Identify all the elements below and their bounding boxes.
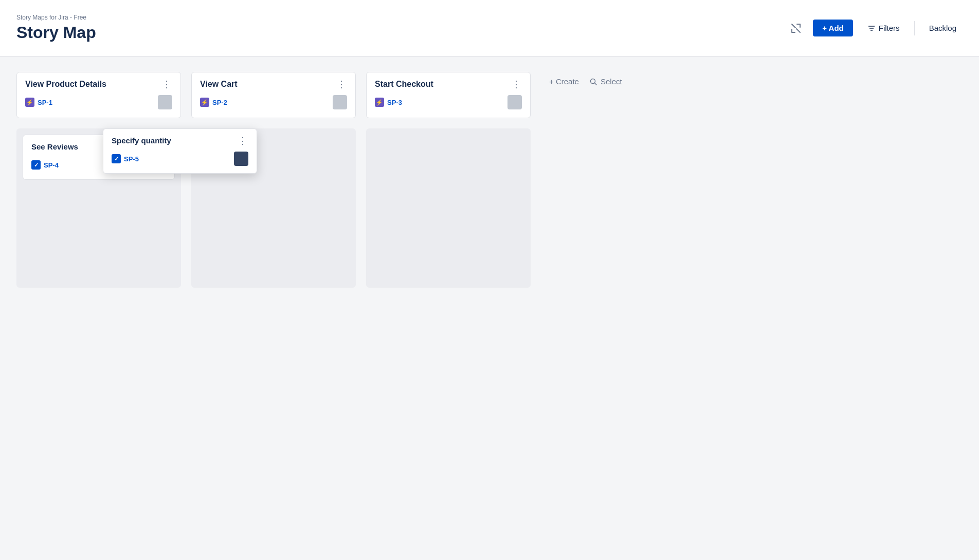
app-subtitle: Story Maps for Jira - Free xyxy=(16,14,96,21)
header-right: + Add Filters Backlog xyxy=(787,20,963,37)
filters-button-label: Filters xyxy=(879,24,900,32)
story-card-sp5-issue-id: SP-5 xyxy=(124,155,139,163)
content-area: See Reviews ⋮ ✓ SP-4 xyxy=(16,128,963,288)
page-title: Story Map xyxy=(16,23,96,42)
story-card-sp4-title: See Reviews xyxy=(31,142,78,151)
collapse-button[interactable] xyxy=(787,20,805,37)
epic-card-1-footer: ⚡ SP-1 xyxy=(25,95,172,109)
story-card-sp4-issue-id: SP-4 xyxy=(44,161,59,169)
epic-card-3-header: Start Checkout ⋮ xyxy=(375,80,522,89)
action-area: + Create Select xyxy=(541,72,622,86)
epic-card-3-title: Start Checkout xyxy=(375,80,433,89)
epic-card-2-footer: ⚡ SP-2 xyxy=(200,95,347,109)
epic-card-1-title: View Product Details xyxy=(25,80,106,89)
epic-card-2-header: View Cart ⋮ xyxy=(200,80,347,89)
epic-card-2-menu[interactable]: ⋮ xyxy=(336,80,347,89)
epic-card-2-issue-id: SP-2 xyxy=(212,99,227,106)
epic-card-3-issue[interactable]: ⚡ SP-3 xyxy=(375,98,402,107)
lightning-icon-3: ⚡ xyxy=(375,98,384,107)
story-card-sp5-issue[interactable]: ✓ SP-5 xyxy=(112,154,139,163)
add-button[interactable]: + Add xyxy=(813,20,853,36)
create-button-label: + Create xyxy=(549,77,579,86)
story-card-sp4-issue[interactable]: ✓ SP-4 xyxy=(31,160,59,170)
search-icon xyxy=(589,78,597,86)
select-button-label: Select xyxy=(601,77,622,86)
epic-card-1-issue-id: SP-1 xyxy=(38,99,52,106)
epic-card-2-avatar xyxy=(333,95,347,109)
app-header: Story Maps for Jira - Free Story Map + A… xyxy=(0,0,979,57)
header-divider xyxy=(914,21,915,35)
epic-card-3-menu[interactable]: ⋮ xyxy=(511,80,522,89)
backlog-button-label: Backlog xyxy=(929,24,956,32)
epic-card-1-avatar xyxy=(158,95,172,109)
story-card-sp5-avatar xyxy=(234,152,248,166)
epic-card-1: View Product Details ⋮ ⚡ SP-1 xyxy=(16,72,181,118)
lightning-icon-1: ⚡ xyxy=(25,98,34,107)
epic-card-1-issue[interactable]: ⚡ SP-1 xyxy=(25,98,52,107)
story-card-sp5-menu[interactable]: ⋮ xyxy=(237,136,248,145)
check-icon-sp4: ✓ xyxy=(31,160,41,170)
main-content: View Product Details ⋮ ⚡ SP-1 View Cart … xyxy=(0,57,979,303)
check-icon-sp5: ✓ xyxy=(112,154,121,163)
epic-card-3-issue-id: SP-3 xyxy=(387,99,402,106)
header-left: Story Maps for Jira - Free Story Map xyxy=(16,14,96,42)
epic-card-3-footer: ⚡ SP-3 xyxy=(375,95,522,109)
story-card-sp5-header: Specify quantity ⋮ xyxy=(112,136,248,145)
create-button[interactable]: + Create xyxy=(549,77,579,86)
filters-button[interactable]: Filters xyxy=(861,20,906,36)
story-card-sp5-footer: ✓ SP-5 xyxy=(112,152,248,166)
svg-line-4 xyxy=(594,83,596,85)
story-card-sp5-title: Specify quantity xyxy=(112,136,171,145)
epic-card-2-issue[interactable]: ⚡ SP-2 xyxy=(200,98,227,107)
epic-card-2-title: View Cart xyxy=(200,80,238,89)
epic-row: View Product Details ⋮ ⚡ SP-1 View Cart … xyxy=(16,72,963,118)
add-button-label: + Add xyxy=(822,24,844,32)
epic-card-2: View Cart ⋮ ⚡ SP-2 xyxy=(191,72,356,118)
lightning-icon-2: ⚡ xyxy=(200,98,209,107)
epic-card-3: Start Checkout ⋮ ⚡ SP-3 xyxy=(366,72,531,118)
epic-card-3-avatar xyxy=(507,95,522,109)
epic-card-1-header: View Product Details ⋮ xyxy=(25,80,172,89)
select-button[interactable]: Select xyxy=(589,77,622,86)
swimlane-band-3 xyxy=(366,128,531,288)
story-card-sp5: Specify quantity ⋮ ✓ SP-5 xyxy=(103,128,257,174)
epic-card-1-menu[interactable]: ⋮ xyxy=(161,80,172,89)
backlog-button[interactable]: Backlog xyxy=(923,20,963,36)
story-col-3 xyxy=(366,128,531,288)
